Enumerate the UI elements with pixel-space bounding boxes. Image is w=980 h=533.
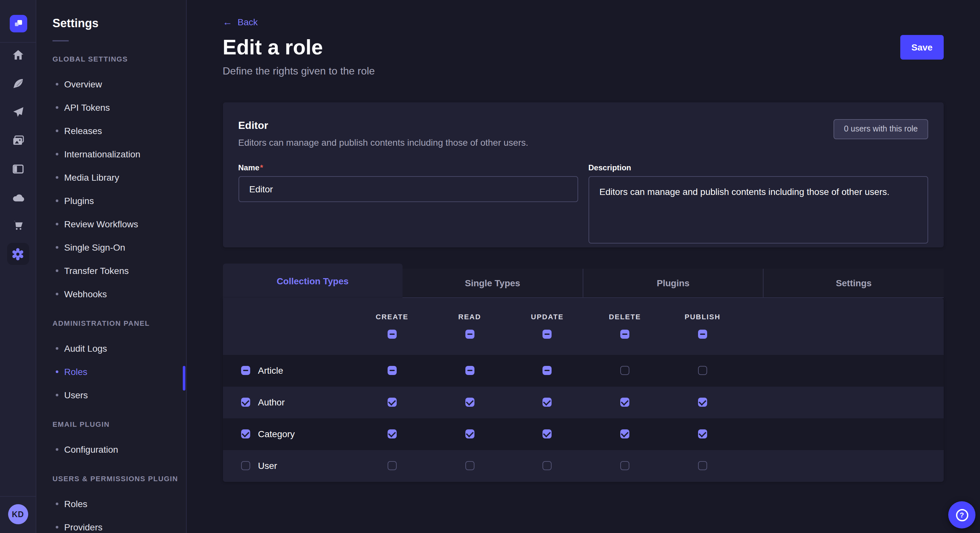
permissions-header-row: CREATEREADUPDATEDELETEPUBLISH [223,298,944,355]
subnav-item-overview[interactable]: Overview [52,73,179,96]
media-library-pictures-icon[interactable] [7,130,29,152]
tab-plugins[interactable]: Plugins [583,269,763,298]
user-read-checkbox[interactable] [465,461,474,470]
permission-cell [353,398,431,407]
subnav-item-releases[interactable]: Releases [52,119,179,143]
column-header-label: READ [458,312,481,321]
strapi-logo[interactable] [10,15,27,32]
row-name-label: Category [258,429,295,439]
subnav-section-label: USERS & PERMISSIONS PLUGIN [52,474,179,483]
user-update-checkbox[interactable] [543,461,552,470]
author-read-checkbox[interactable] [465,398,474,407]
help-button[interactable]: ? [948,501,975,528]
save-button[interactable]: Save [900,35,944,60]
subnav-item-media-library[interactable]: Media Library [52,166,179,189]
select-all-create-checkbox[interactable] [388,330,397,339]
select-all-publish-checkbox[interactable] [698,330,707,339]
user-avatar[interactable]: KD [8,504,28,524]
tab-label: Plugins [657,278,690,288]
author-create-checkbox[interactable] [388,398,397,407]
bullet-dot-icon [56,526,58,528]
subnav-item-api-tokens[interactable]: API Tokens [52,96,179,119]
bullet-dot-icon [56,448,58,451]
user-delete-checkbox[interactable] [620,461,629,470]
tab-settings[interactable]: Settings [763,269,944,298]
subnav-item-configuration[interactable]: Configuration [52,438,179,461]
subnav-item-audit-logs[interactable]: Audit Logs [52,337,179,360]
article-row-checkbox[interactable] [241,366,250,375]
permission-cell [353,366,431,375]
subnav-item-internationalization[interactable]: Internationalization [52,143,179,166]
article-publish-checkbox[interactable] [698,366,707,375]
tab-single-types[interactable]: Single Types [402,269,582,298]
select-all-delete-checkbox[interactable] [620,330,629,339]
subnav-item-roles[interactable]: Roles [52,360,179,383]
subnav-item-review-workflows[interactable]: Review Workflows [52,213,179,236]
subnav-item-label: Configuration [64,444,118,455]
back-label: Back [237,16,258,28]
author-row-checkbox[interactable] [241,398,250,407]
article-create-checkbox[interactable] [388,366,397,375]
rail-divider-bottom [0,496,36,497]
user-publish-checkbox[interactable] [698,461,707,470]
content-type-builder-feather-icon[interactable] [7,73,29,95]
home-icon[interactable] [7,44,29,66]
author-update-checkbox[interactable] [543,398,552,407]
permission-cell [353,429,431,438]
category-create-checkbox[interactable] [388,429,397,438]
column-header-label: CREATE [375,312,408,321]
row-name-cell: User [223,460,353,471]
author-publish-checkbox[interactable] [698,398,707,407]
bullet-dot-icon [56,176,58,179]
main-content: ← Back Edit a role Define the rights giv… [186,0,980,533]
category-publish-checkbox[interactable] [698,429,707,438]
subnav-item-label: Review Workflows [64,219,138,229]
permission-cell [509,366,586,375]
role-card-subtitle: Editors can manage and publish contents … [238,136,928,149]
user-row-checkbox[interactable] [241,461,250,470]
article-read-checkbox[interactable] [465,366,474,375]
author-delete-checkbox[interactable] [620,398,629,407]
bullet-dot-icon [56,370,58,373]
article-update-checkbox[interactable] [543,366,552,375]
name-field-label: Name* [238,163,578,172]
settings-gear-icon[interactable] [7,243,29,265]
tab-collection-types[interactable]: Collection Types [223,263,402,298]
select-all-update-checkbox[interactable] [543,330,552,339]
permissions-row-user: User [223,450,944,482]
rail-divider-top [0,42,36,43]
marketplace-cart-icon[interactable] [7,214,29,236]
subnav-item-label: Audit Logs [64,343,107,354]
column-header-label: PUBLISH [684,312,721,321]
permission-cell [586,429,664,438]
back-link[interactable]: ← Back [223,16,258,28]
subnav-item-users[interactable]: Users [52,383,179,407]
subnav-item-roles[interactable]: Roles [52,492,179,516]
content-manager-layout-icon[interactable] [7,158,29,180]
subnav-scrollbar-thumb[interactable] [183,366,185,390]
category-row-checkbox[interactable] [241,429,250,438]
subnav-item-label: Providers [64,522,102,532]
subnav-section: EMAIL PLUGINConfiguration [52,420,179,461]
subnav-item-providers[interactable]: Providers [52,516,179,533]
role-description-textarea[interactable]: Editors can manage and publish contents … [589,176,929,243]
subnav-item-webhooks[interactable]: Webhooks [52,282,179,306]
page-subtitle: Define the rights given to the role [223,64,375,78]
article-delete-checkbox[interactable] [620,366,629,375]
select-all-read-checkbox[interactable] [465,330,474,339]
category-read-checkbox[interactable] [465,429,474,438]
subnav-item-plugins[interactable]: Plugins [52,189,179,213]
deploy-paper-plane-icon[interactable] [7,101,29,123]
category-update-checkbox[interactable] [543,429,552,438]
bullet-dot-icon [56,106,58,109]
subnav-item-transfer-tokens[interactable]: Transfer Tokens [52,259,179,282]
role-name-input[interactable] [238,176,578,202]
screen: KD Settings GLOBAL SETTINGSOverviewAPI T… [0,0,980,533]
users-with-role-badge[interactable]: 0 users with this role [834,119,928,139]
user-create-checkbox[interactable] [388,461,397,470]
cloud-icon[interactable] [7,187,29,209]
category-delete-checkbox[interactable] [620,429,629,438]
bullet-dot-icon [56,200,58,202]
subnav-item-single-sign-on[interactable]: Single Sign-On [52,236,179,259]
subnav-item-label: Single Sign-On [64,242,125,252]
